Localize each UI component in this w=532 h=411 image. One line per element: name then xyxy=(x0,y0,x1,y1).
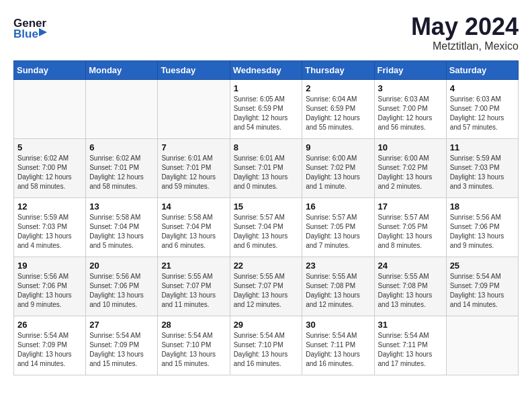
title-block: May 2024 Metztitlan, Mexico xyxy=(411,13,519,52)
day-number: 31 xyxy=(378,320,443,330)
day-cell: 14Sunrise: 5:58 AMSunset: 7:04 PMDayligh… xyxy=(158,197,230,257)
weekday-header-thursday: Thursday xyxy=(302,60,374,79)
weekday-header-tuesday: Tuesday xyxy=(158,60,230,79)
day-cell: 24Sunrise: 5:55 AMSunset: 7:08 PMDayligh… xyxy=(374,257,446,316)
day-info: Sunrise: 6:04 AMSunset: 6:59 PMDaylight:… xyxy=(306,95,370,132)
day-number: 3 xyxy=(378,83,443,93)
day-cell: 23Sunrise: 5:55 AMSunset: 7:08 PMDayligh… xyxy=(302,257,374,316)
day-number: 7 xyxy=(161,142,226,152)
day-number: 5 xyxy=(17,142,82,152)
day-info: Sunrise: 6:00 AMSunset: 7:02 PMDaylight:… xyxy=(378,154,443,191)
day-cell: 2Sunrise: 6:04 AMSunset: 6:59 PMDaylight… xyxy=(302,79,374,138)
day-cell: 18Sunrise: 5:56 AMSunset: 7:06 PMDayligh… xyxy=(446,197,518,257)
day-cell: 7Sunrise: 6:01 AMSunset: 7:01 PMDaylight… xyxy=(158,138,230,197)
day-number: 18 xyxy=(450,201,515,212)
weekday-header-friday: Friday xyxy=(374,60,446,79)
day-number: 19 xyxy=(17,261,82,271)
day-number: 23 xyxy=(306,261,370,271)
day-number: 6 xyxy=(89,142,154,152)
day-info: Sunrise: 5:54 AMSunset: 7:09 PMDaylight:… xyxy=(89,331,154,369)
day-info: Sunrise: 5:54 AMSunset: 7:10 PMDaylight:… xyxy=(161,331,226,369)
day-info: Sunrise: 5:57 AMSunset: 7:05 PMDaylight:… xyxy=(378,213,443,250)
day-info: Sunrise: 5:57 AMSunset: 7:05 PMDaylight:… xyxy=(306,213,370,250)
day-cell: 22Sunrise: 5:55 AMSunset: 7:07 PMDayligh… xyxy=(230,257,302,316)
day-info: Sunrise: 5:54 AMSunset: 7:09 PMDaylight:… xyxy=(450,272,515,310)
day-cell: 6Sunrise: 6:02 AMSunset: 7:01 PMDaylight… xyxy=(86,138,158,197)
day-cell: 19Sunrise: 5:56 AMSunset: 7:06 PMDayligh… xyxy=(14,257,86,316)
day-cell: 9Sunrise: 6:00 AMSunset: 7:02 PMDaylight… xyxy=(302,138,374,197)
day-cell: 15Sunrise: 5:57 AMSunset: 7:04 PMDayligh… xyxy=(230,197,302,257)
week-row-1: 1Sunrise: 6:05 AMSunset: 6:59 PMDaylight… xyxy=(14,79,519,138)
day-number: 16 xyxy=(306,201,370,212)
day-cell: 4Sunrise: 6:03 AMSunset: 7:00 PMDaylight… xyxy=(446,79,518,138)
day-cell: 21Sunrise: 5:55 AMSunset: 7:07 PMDayligh… xyxy=(158,257,230,316)
week-row-4: 19Sunrise: 5:56 AMSunset: 7:06 PMDayligh… xyxy=(14,257,519,316)
day-cell: 30Sunrise: 5:54 AMSunset: 7:11 PMDayligh… xyxy=(302,316,374,375)
day-cell: 8Sunrise: 6:01 AMSunset: 7:01 PMDaylight… xyxy=(230,138,302,197)
day-number: 27 xyxy=(89,320,154,330)
week-row-2: 5Sunrise: 6:02 AMSunset: 7:00 PMDaylight… xyxy=(14,138,519,197)
day-info: Sunrise: 6:02 AMSunset: 7:01 PMDaylight:… xyxy=(89,154,154,191)
day-info: Sunrise: 6:01 AMSunset: 7:01 PMDaylight:… xyxy=(234,154,299,191)
day-info: Sunrise: 6:03 AMSunset: 7:00 PMDaylight:… xyxy=(378,95,443,132)
weekday-header-row: SundayMondayTuesdayWednesdayThursdayFrid… xyxy=(14,60,519,79)
day-info: Sunrise: 5:54 AMSunset: 7:09 PMDaylight:… xyxy=(17,331,82,369)
weekday-header-monday: Monday xyxy=(86,60,158,79)
day-number: 22 xyxy=(234,261,299,271)
logo-icon: General Blue xyxy=(13,13,47,40)
day-info: Sunrise: 5:57 AMSunset: 7:04 PMDaylight:… xyxy=(234,213,299,250)
day-number: 15 xyxy=(234,201,299,212)
day-cell: 16Sunrise: 5:57 AMSunset: 7:05 PMDayligh… xyxy=(302,197,374,257)
header: General Blue May 2024 Metztitlan, Mexico xyxy=(13,13,519,52)
day-number: 17 xyxy=(378,201,443,212)
day-number: 25 xyxy=(450,261,515,271)
day-cell: 3Sunrise: 6:03 AMSunset: 7:00 PMDaylight… xyxy=(374,79,446,138)
weekday-header-saturday: Saturday xyxy=(446,60,518,79)
day-cell: 5Sunrise: 6:02 AMSunset: 7:00 PMDaylight… xyxy=(14,138,86,197)
day-number: 13 xyxy=(89,201,154,212)
day-cell: 1Sunrise: 6:05 AMSunset: 6:59 PMDaylight… xyxy=(230,79,302,138)
day-info: Sunrise: 6:02 AMSunset: 7:00 PMDaylight:… xyxy=(17,154,82,191)
day-info: Sunrise: 5:58 AMSunset: 7:04 PMDaylight:… xyxy=(89,213,154,250)
week-row-5: 26Sunrise: 5:54 AMSunset: 7:09 PMDayligh… xyxy=(14,316,519,375)
day-cell: 13Sunrise: 5:58 AMSunset: 7:04 PMDayligh… xyxy=(86,197,158,257)
day-cell: 17Sunrise: 5:57 AMSunset: 7:05 PMDayligh… xyxy=(374,197,446,257)
logo: General Blue xyxy=(13,13,47,40)
day-number: 4 xyxy=(450,83,515,93)
day-number: 10 xyxy=(378,142,443,152)
day-number: 1 xyxy=(234,83,299,93)
day-number: 2 xyxy=(306,83,370,93)
day-cell xyxy=(158,79,230,138)
week-row-3: 12Sunrise: 5:59 AMSunset: 7:03 PMDayligh… xyxy=(14,197,519,257)
day-number: 24 xyxy=(378,261,443,271)
day-info: Sunrise: 5:55 AMSunset: 7:07 PMDaylight:… xyxy=(161,272,226,310)
weekday-header-wednesday: Wednesday xyxy=(230,60,302,79)
day-info: Sunrise: 5:54 AMSunset: 7:11 PMDaylight:… xyxy=(306,331,370,369)
svg-text:Blue: Blue xyxy=(13,28,38,40)
day-cell xyxy=(86,79,158,138)
day-number: 26 xyxy=(17,320,82,330)
day-number: 9 xyxy=(306,142,370,152)
day-info: Sunrise: 6:05 AMSunset: 6:59 PMDaylight:… xyxy=(234,95,299,132)
day-number: 8 xyxy=(234,142,299,152)
day-cell: 28Sunrise: 5:54 AMSunset: 7:10 PMDayligh… xyxy=(158,316,230,375)
day-info: Sunrise: 5:54 AMSunset: 7:11 PMDaylight:… xyxy=(378,331,443,369)
day-cell xyxy=(446,316,518,375)
day-cell: 31Sunrise: 5:54 AMSunset: 7:11 PMDayligh… xyxy=(374,316,446,375)
calendar-page: General Blue May 2024 Metztitlan, Mexico… xyxy=(0,0,532,382)
day-info: Sunrise: 5:56 AMSunset: 7:06 PMDaylight:… xyxy=(450,213,515,250)
month-title: May 2024 xyxy=(411,13,519,40)
day-number: 20 xyxy=(89,261,154,271)
day-cell: 25Sunrise: 5:54 AMSunset: 7:09 PMDayligh… xyxy=(446,257,518,316)
calendar-table: SundayMondayTuesdayWednesdayThursdayFrid… xyxy=(13,60,519,375)
day-number: 28 xyxy=(161,320,226,330)
day-info: Sunrise: 5:55 AMSunset: 7:08 PMDaylight:… xyxy=(378,272,443,310)
location: Metztitlan, Mexico xyxy=(411,40,519,52)
day-cell: 12Sunrise: 5:59 AMSunset: 7:03 PMDayligh… xyxy=(14,197,86,257)
day-info: Sunrise: 5:55 AMSunset: 7:08 PMDaylight:… xyxy=(306,272,370,310)
day-info: Sunrise: 5:55 AMSunset: 7:07 PMDaylight:… xyxy=(234,272,299,310)
day-cell: 10Sunrise: 6:00 AMSunset: 7:02 PMDayligh… xyxy=(374,138,446,197)
day-info: Sunrise: 5:56 AMSunset: 7:06 PMDaylight:… xyxy=(89,272,154,310)
day-number: 12 xyxy=(17,201,82,212)
day-info: Sunrise: 5:59 AMSunset: 7:03 PMDaylight:… xyxy=(17,213,82,250)
